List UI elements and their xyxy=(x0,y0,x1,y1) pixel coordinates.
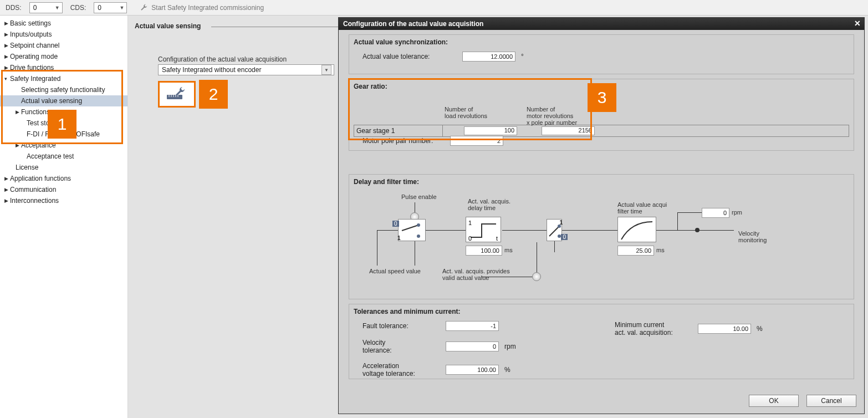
nav-communication[interactable]: ▶Communication xyxy=(0,184,127,195)
filter-time-label: Actual value acqui filter time xyxy=(617,201,667,215)
callout-3: 3 xyxy=(588,83,616,112)
sync-title: Actual value synchronization: xyxy=(349,35,854,50)
vel-tol-unit: rpm xyxy=(504,343,516,350)
svg-text:0: 0 xyxy=(468,235,472,242)
actual-speed-label: Actual speed value xyxy=(369,268,421,274)
svg-text:1: 1 xyxy=(468,220,472,226)
valid-node xyxy=(532,272,541,281)
config-select[interactable]: Safety Integrated without encoder ▼ xyxy=(158,64,334,75)
switch-2: 1 0 xyxy=(547,219,562,241)
panel-title: Actual value sensing xyxy=(135,22,201,30)
fault-tol-label: Fault tolerance: xyxy=(362,322,440,330)
delay-diagram: Pulse enable Act. val. acquis. delay tim… xyxy=(359,190,844,294)
delay-unit: ms xyxy=(504,247,513,253)
delay-time-label: Act. val. acquis. delay time xyxy=(468,198,510,211)
nav-safety-integrated[interactable]: ▾Safety Integrated xyxy=(0,73,127,84)
chevron-down-icon: ▼ xyxy=(55,5,60,11)
dds-select[interactable]: 0▼ xyxy=(29,2,63,13)
navigation-tree: ▶Basic settings ▶Inputs/outputs ▶Setpoin… xyxy=(0,16,128,418)
cds-value: 0 xyxy=(98,4,101,12)
rpm-unit: rpm xyxy=(732,209,742,216)
nav-acceptance-test[interactable]: Acceptance test xyxy=(0,151,127,162)
nav-acceptance[interactable]: ▶Acceptance xyxy=(0,140,127,151)
dialog-titlebar: Configuration of the actual value acquis… xyxy=(339,18,864,30)
tolerance-label: Actual value tolerance: xyxy=(362,53,457,60)
acc-tol-unit: % xyxy=(504,366,510,374)
dds-value: 0 xyxy=(33,4,37,12)
nav-selecting-safety[interactable]: Selecting safety functionality xyxy=(0,84,127,95)
svg-point-14 xyxy=(558,235,561,238)
wrench-icon xyxy=(140,4,148,12)
cds-label: CDS: xyxy=(70,4,86,12)
delay-group: Delay and filter time: Pulse enable Act.… xyxy=(349,174,854,299)
config-wrench-button[interactable] xyxy=(158,81,196,108)
min-current-label: Minimum current act. val. acquisition: xyxy=(615,321,692,337)
dds-label: DDS: xyxy=(6,4,22,12)
svg-line-6 xyxy=(402,225,418,231)
motor-rev-input[interactable]: 2156 xyxy=(542,126,595,135)
velocity-monitoring-label: Velocity monitoring xyxy=(738,230,767,243)
vel-tol-input[interactable]: 0 xyxy=(446,341,499,351)
callout-1: 1 xyxy=(48,110,76,139)
acc-tol-label: Acceleration voltage tolerance: xyxy=(362,362,440,378)
tolerances-group: Tolerances and minimum current: Fault to… xyxy=(349,304,854,379)
top-toolbar: DDS: 0▼ CDS: 0▼ Start Safety Integrated … xyxy=(0,0,868,16)
start-commissioning-button[interactable]: Start Safety Integrated commissioning xyxy=(140,4,264,12)
delay-title: Delay and filter time: xyxy=(349,175,854,190)
filter-box xyxy=(617,217,656,242)
commission-label: Start Safety Integrated commissioning xyxy=(151,4,264,12)
nav-actual-value-sensing[interactable]: Actual value sensing xyxy=(0,95,127,106)
config-label: Configuration of the actual value acquis… xyxy=(158,55,287,63)
rpm-input[interactable]: 0 xyxy=(702,208,729,218)
svg-point-7 xyxy=(417,223,420,227)
dialog-buttons: OK Cancel xyxy=(749,395,856,407)
nav-operating-mode[interactable]: ▶Operating mode xyxy=(0,51,127,62)
dialog-title: Configuration of the actual value acquis… xyxy=(343,20,483,28)
tol-title: Tolerances and minimum current: xyxy=(349,304,854,320)
acc-tol-input[interactable]: 100.00 xyxy=(446,365,499,375)
cancel-button[interactable]: Cancel xyxy=(806,395,856,407)
valid-actual-label: Act. val. acquis. provides valid actual … xyxy=(442,268,510,281)
nav-license[interactable]: License xyxy=(0,162,127,173)
svg-point-8 xyxy=(417,235,420,238)
config-dialog: Configuration of the actual value acquis… xyxy=(338,17,865,414)
delay-time-input[interactable]: 100.00 xyxy=(466,246,502,256)
fault-tol-input[interactable]: -1 xyxy=(446,321,499,331)
nav-application-functions[interactable]: ▶Application functions xyxy=(0,173,127,184)
pole-pair-label: Motor pole pair number: xyxy=(362,137,445,145)
load-rev-input[interactable]: 100 xyxy=(464,126,517,135)
vel-tol-label: Velocity tolerance: xyxy=(362,339,440,354)
nav-setpoint-channel[interactable]: ▶Setpoint channel xyxy=(0,40,127,51)
pole-pair-input[interactable]: 2 xyxy=(450,136,503,146)
sync-group: Actual value synchronization: Actual val… xyxy=(349,34,854,74)
tolerance-input[interactable]: 12.0000 xyxy=(462,52,515,62)
config-value: Safety Integrated without encoder xyxy=(162,66,261,74)
close-button[interactable]: ✕ xyxy=(852,18,863,28)
ok-button[interactable]: OK xyxy=(749,395,799,407)
svg-line-12 xyxy=(549,226,559,236)
nav-interconnections[interactable]: ▶Interconnections xyxy=(0,195,127,206)
min-current-unit: % xyxy=(757,325,763,333)
delay-step-box: 10t xyxy=(466,217,501,242)
tolerance-unit: ° xyxy=(521,53,524,60)
min-current-input[interactable]: 10.00 xyxy=(698,324,751,334)
cds-select[interactable]: 0▼ xyxy=(94,2,127,13)
callout-2: 2 xyxy=(199,80,228,109)
nav-basic-settings[interactable]: ▶Basic settings xyxy=(0,18,127,29)
gear-header-load: Number of load revolutions xyxy=(445,106,527,126)
nav-inputs-outputs[interactable]: ▶Inputs/outputs xyxy=(0,29,127,40)
ruler-wrench-icon xyxy=(166,87,188,101)
svg-text:t: t xyxy=(496,235,498,242)
switch-1: 0 1 xyxy=(398,219,426,241)
pulse-enable-label: Pulse enable xyxy=(401,193,437,200)
filter-time-input[interactable]: 25.00 xyxy=(617,246,654,256)
filter-unit: ms xyxy=(656,247,665,253)
chevron-down-icon: ▼ xyxy=(119,5,124,11)
chevron-down-icon: ▼ xyxy=(321,65,331,75)
nav-drive-functions[interactable]: ▶Drive functions xyxy=(0,62,127,73)
